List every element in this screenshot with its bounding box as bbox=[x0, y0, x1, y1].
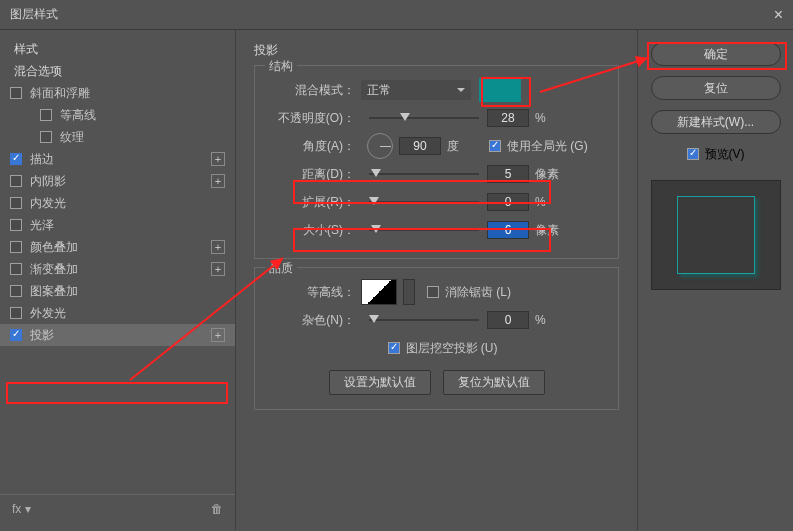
style-outer-glow[interactable]: 外发光 bbox=[0, 302, 235, 324]
plus-icon[interactable]: + bbox=[211, 174, 225, 188]
use-global-light-checkbox[interactable] bbox=[489, 140, 501, 152]
knockout-label: 图层挖空投影 (U) bbox=[406, 340, 498, 357]
style-list-panel: 样式 混合选项 斜面和浮雕 等高线 纹理 描边+ 内阴影+ 内发光 光泽 颜色叠… bbox=[0, 30, 235, 530]
noise-label: 杂色(N)： bbox=[267, 312, 361, 329]
opacity-label: 不透明度(O)： bbox=[267, 110, 361, 127]
preview-box bbox=[651, 180, 781, 290]
antialias-label: 消除锯齿 (L) bbox=[445, 284, 511, 301]
reset-button[interactable]: 复位 bbox=[651, 76, 781, 100]
checkbox[interactable] bbox=[10, 307, 22, 319]
style-inner-glow[interactable]: 内发光 bbox=[0, 192, 235, 214]
checkbox[interactable] bbox=[10, 197, 22, 209]
size-slider[interactable] bbox=[369, 223, 479, 237]
preview-label: 预览(V) bbox=[705, 146, 745, 163]
right-panel: 确定 复位 新建样式(W)... 预览(V) bbox=[638, 30, 793, 530]
quality-legend: 品质 bbox=[265, 260, 297, 277]
blend-mode-label: 混合模式： bbox=[267, 82, 361, 99]
checkbox[interactable] bbox=[40, 131, 52, 143]
spread-slider[interactable] bbox=[369, 195, 479, 209]
noise-slider[interactable] bbox=[369, 313, 479, 327]
blending-options-header[interactable]: 混合选项 bbox=[0, 60, 235, 82]
new-style-button[interactable]: 新建样式(W)... bbox=[651, 110, 781, 134]
style-satin[interactable]: 光泽 bbox=[0, 214, 235, 236]
ok-button[interactable]: 确定 bbox=[651, 42, 781, 66]
shadow-color-swatch[interactable] bbox=[479, 78, 521, 102]
reset-default-button[interactable]: 复位为默认值 bbox=[443, 370, 545, 395]
distance-slider[interactable] bbox=[369, 167, 479, 181]
contour-dropdown[interactable] bbox=[403, 279, 415, 305]
structure-legend: 结构 bbox=[265, 58, 297, 75]
angle-dial[interactable] bbox=[367, 133, 393, 159]
checkbox[interactable] bbox=[10, 153, 22, 165]
plus-icon[interactable]: + bbox=[211, 262, 225, 276]
settings-panel: 投影 结构 混合模式： 正常 不透明度(O)： 28 % 角度(A)： 90 度… bbox=[235, 30, 638, 530]
size-input[interactable]: 6 bbox=[487, 221, 529, 239]
checkbox[interactable] bbox=[10, 263, 22, 275]
style-inner-shadow[interactable]: 内阴影+ bbox=[0, 170, 235, 192]
style-texture[interactable]: 纹理 bbox=[0, 126, 235, 148]
trash-icon[interactable]: 🗑 bbox=[211, 502, 223, 516]
window-title: 图层样式 bbox=[10, 6, 58, 23]
distance-input[interactable]: 5 bbox=[487, 165, 529, 183]
style-contour[interactable]: 等高线 bbox=[0, 104, 235, 126]
opacity-slider[interactable] bbox=[369, 111, 479, 125]
spread-label: 扩展(R)： bbox=[267, 194, 361, 211]
fx-menu[interactable]: fx ▾ bbox=[12, 502, 31, 516]
checkbox[interactable] bbox=[10, 285, 22, 297]
checkbox[interactable] bbox=[40, 109, 52, 121]
make-default-button[interactable]: 设置为默认值 bbox=[329, 370, 431, 395]
angle-input[interactable]: 90 bbox=[399, 137, 441, 155]
plus-icon[interactable]: + bbox=[211, 240, 225, 254]
checkbox[interactable] bbox=[10, 219, 22, 231]
knockout-checkbox[interactable] bbox=[388, 342, 400, 354]
style-color-overlay[interactable]: 颜色叠加+ bbox=[0, 236, 235, 258]
checkbox[interactable] bbox=[10, 175, 22, 187]
use-global-light-label: 使用全局光 (G) bbox=[507, 138, 588, 155]
blend-mode-select[interactable]: 正常 bbox=[361, 80, 471, 100]
angle-label: 角度(A)： bbox=[267, 138, 361, 155]
contour-label: 等高线： bbox=[267, 284, 361, 301]
contour-picker[interactable] bbox=[361, 279, 397, 305]
preview-checkbox[interactable] bbox=[687, 148, 699, 160]
styles-header[interactable]: 样式 bbox=[0, 38, 235, 60]
opacity-input[interactable]: 28 bbox=[487, 109, 529, 127]
close-icon[interactable]: × bbox=[774, 6, 783, 24]
spread-input[interactable]: 0 bbox=[487, 193, 529, 211]
structure-fieldset: 结构 混合模式： 正常 不透明度(O)： 28 % 角度(A)： 90 度 使用… bbox=[254, 65, 619, 259]
checkbox[interactable] bbox=[10, 241, 22, 253]
distance-label: 距离(D)： bbox=[267, 166, 361, 183]
style-stroke[interactable]: 描边+ bbox=[0, 148, 235, 170]
plus-icon[interactable]: + bbox=[211, 328, 225, 342]
section-title: 投影 bbox=[254, 42, 619, 59]
style-pattern-overlay[interactable]: 图案叠加 bbox=[0, 280, 235, 302]
antialias-checkbox[interactable] bbox=[427, 286, 439, 298]
plus-icon[interactable]: + bbox=[211, 152, 225, 166]
size-label: 大小(S)： bbox=[267, 222, 361, 239]
style-bevel[interactable]: 斜面和浮雕 bbox=[0, 82, 235, 104]
style-gradient-overlay[interactable]: 渐变叠加+ bbox=[0, 258, 235, 280]
quality-fieldset: 品质 等高线： 消除锯齿 (L) 杂色(N)： 0 % 图层挖空投影 (U) 设… bbox=[254, 267, 619, 410]
style-drop-shadow[interactable]: 投影+ bbox=[0, 324, 235, 346]
checkbox[interactable] bbox=[10, 329, 22, 341]
checkbox[interactable] bbox=[10, 87, 22, 99]
noise-input[interactable]: 0 bbox=[487, 311, 529, 329]
preview-thumbnail bbox=[677, 196, 755, 274]
